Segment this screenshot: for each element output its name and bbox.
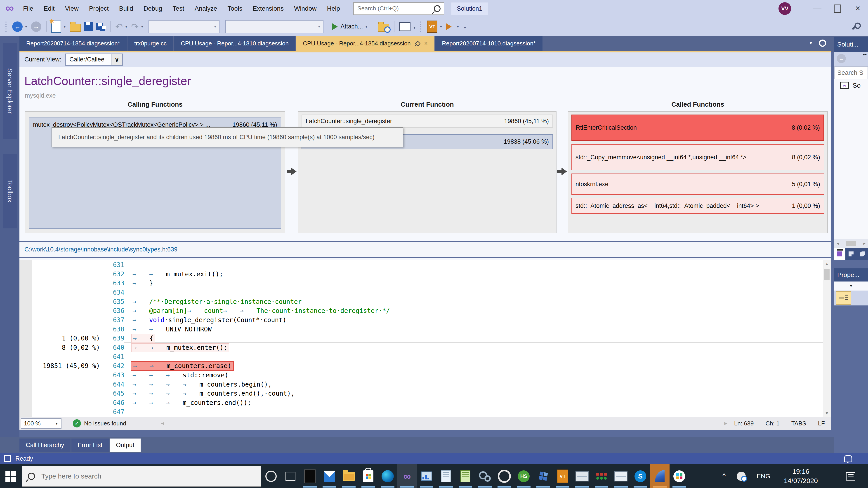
navigate-back-button[interactable]: ←▼ bbox=[11, 22, 29, 32]
platform-combo[interactable]: ▼ bbox=[225, 20, 323, 33]
redo-button[interactable]: ↷▼ bbox=[129, 22, 145, 31]
taskbar-item-cubes-app[interactable] bbox=[533, 464, 553, 488]
menu-project[interactable]: Project bbox=[84, 0, 114, 17]
taskbar-item-winscp[interactable] bbox=[650, 464, 670, 488]
undo-button[interactable]: ↶▼ bbox=[114, 22, 129, 31]
scroll-down-icon[interactable]: ▼ bbox=[823, 410, 831, 417]
solution-tree-area[interactable] bbox=[834, 92, 868, 239]
menu-test[interactable]: Test bbox=[167, 0, 189, 17]
current-view-dropdown[interactable]: Caller/Callee ∨ bbox=[65, 54, 123, 66]
taskbar-item-visual-studio[interactable]: ∞ bbox=[397, 464, 417, 488]
called-function-rtlentercriticalsection[interactable]: RtlEnterCriticalSection 8 (0,02 %) bbox=[571, 115, 824, 141]
taskbar-item-notepad[interactable] bbox=[436, 464, 456, 488]
tab-cpu-usage-1854-active[interactable]: CPU Usage - Repor...4-1854.diagsession× bbox=[296, 36, 434, 51]
code-line[interactable]: 643→→→std::remove( bbox=[32, 370, 823, 380]
quick-search[interactable] bbox=[353, 2, 444, 15]
code-line[interactable]: 19851 (45,09 %)642→→m_counters.erase( bbox=[32, 361, 823, 371]
view-class-tab[interactable] bbox=[857, 248, 868, 260]
taskbar-search[interactable] bbox=[22, 466, 261, 487]
taskbar-item-mail[interactable] bbox=[320, 464, 339, 488]
navigate-forward-button[interactable]: → bbox=[29, 22, 43, 32]
tab-trx0purge[interactable]: trx0purge.cc bbox=[127, 36, 174, 51]
code-line-current[interactable]: 1 (0,00 %)639→{ bbox=[32, 334, 823, 343]
code-line[interactable]: 8 (0,02 %)640→→m_mutex.enter(); bbox=[32, 343, 823, 352]
attach-button[interactable]: Attach...▼ bbox=[330, 23, 370, 30]
find-in-files-button[interactable] bbox=[376, 22, 391, 32]
code-line[interactable]: 645→→→→m_counters.end(),·count), bbox=[32, 389, 823, 398]
toolbar-options-icon[interactable]: —▾ bbox=[463, 24, 467, 29]
scroll-left-icon[interactable]: ◄ bbox=[836, 241, 839, 246]
chevron-down-icon[interactable]: ▼ bbox=[365, 25, 368, 29]
taskbar-item-settings[interactable] bbox=[495, 464, 514, 488]
menu-view[interactable]: View bbox=[60, 0, 84, 17]
view-solution-tab[interactable] bbox=[834, 248, 845, 260]
called-function-atomic-address-as[interactable]: std::_Atomic_address_as<__int64,std::_At… bbox=[571, 198, 824, 214]
scroll-right-icon[interactable]: ► bbox=[863, 241, 866, 246]
chevron-down-icon[interactable]: ▼ bbox=[24, 25, 28, 29]
code-line[interactable]: 637→void·single_deregister(Count*·count) bbox=[32, 315, 823, 325]
chevron-down-icon[interactable]: ▼ bbox=[63, 25, 66, 29]
scroll-left-icon[interactable]: ◄ bbox=[160, 420, 165, 426]
source-file-path[interactable]: C:\work\10.4\storage\innobase\include\sy… bbox=[20, 241, 831, 258]
close-button[interactable]: × bbox=[848, 0, 868, 17]
tray-expand-icon[interactable]: ^ bbox=[722, 472, 726, 481]
taskbar-search-input[interactable] bbox=[41, 472, 261, 480]
taskbar-item-vt[interactable]: VT bbox=[553, 464, 572, 488]
start-button[interactable] bbox=[0, 464, 22, 488]
gear-icon[interactable] bbox=[819, 39, 827, 47]
new-file-button[interactable]: ✱▼ bbox=[50, 21, 68, 33]
taskbar-item-window-app[interactable] bbox=[572, 464, 592, 488]
sidebar-item-toolbox[interactable]: Toolbox bbox=[3, 154, 17, 228]
code-line[interactable]: 638→→UNIV_NOTHROW bbox=[32, 325, 823, 334]
tab-output[interactable]: Output bbox=[110, 438, 141, 452]
taskbar-item-explorer[interactable] bbox=[339, 464, 359, 488]
profiler-run-button[interactable]: ▼ bbox=[444, 23, 461, 30]
code-line[interactable]: 633→} bbox=[32, 279, 823, 288]
code-line[interactable]: 641 bbox=[32, 352, 823, 361]
code-line[interactable]: 631 bbox=[32, 260, 823, 269]
notifications-bell-icon[interactable] bbox=[844, 455, 852, 462]
configuration-combo[interactable]: ▼ bbox=[149, 20, 219, 33]
scroll-up-icon[interactable]: ▲ bbox=[823, 260, 831, 267]
menu-window[interactable]: Window bbox=[289, 0, 322, 17]
code-line[interactable]: 646→→→m_counters.end()); bbox=[32, 398, 823, 408]
scrollbar-thumb[interactable] bbox=[824, 269, 830, 280]
taskbar-item-slack[interactable] bbox=[670, 464, 689, 488]
solution-explorer-header[interactable]: Soluti... bbox=[834, 37, 868, 52]
menu-analyze[interactable]: Analyze bbox=[189, 0, 222, 17]
save-all-button[interactable] bbox=[95, 22, 107, 31]
toolbar-overflow-icon[interactable]: ▸▸ bbox=[863, 52, 867, 57]
menu-tools[interactable]: Tools bbox=[222, 0, 248, 17]
menu-build[interactable]: Build bbox=[114, 0, 138, 17]
action-center-icon[interactable] bbox=[846, 472, 855, 481]
properties-grid-icon[interactable] bbox=[836, 291, 851, 304]
vt-tool-button[interactable]: VT▼ bbox=[426, 21, 444, 33]
taskbar-item-monitor-graph[interactable] bbox=[611, 464, 631, 488]
menu-edit[interactable]: Edit bbox=[38, 0, 60, 17]
health-check-icon[interactable]: ✓ bbox=[73, 419, 81, 427]
sidebar-item-server-explorer[interactable]: Server Explorer bbox=[3, 43, 17, 139]
code-line[interactable]: 644→→→→m_counters.begin(), bbox=[32, 380, 823, 389]
taskbar-item-cmd[interactable] bbox=[300, 464, 320, 488]
taskbar-item-store[interactable] bbox=[359, 464, 378, 488]
taskbar-item-heidisql[interactable]: HS bbox=[514, 464, 533, 488]
called-function-copy-memmove[interactable]: std::_Copy_memmove<unsigned __int64 *,un… bbox=[571, 144, 824, 170]
tab-call-hierarchy[interactable]: Call Hierarchy bbox=[20, 438, 70, 452]
editor-zoom-dropdown[interactable]: 100 %▼ bbox=[21, 418, 61, 429]
toolbar-overflow-icon[interactable]: —▾ bbox=[413, 24, 416, 29]
current-function-row[interactable]: LatchCounter::single_deregister 19860 (4… bbox=[302, 115, 553, 128]
chevron-down-icon[interactable]: ▼ bbox=[141, 25, 144, 29]
taskbar-item-perfmon[interactable] bbox=[417, 464, 436, 488]
chevron-down-icon[interactable]: ▼ bbox=[125, 25, 128, 29]
menu-help[interactable]: Help bbox=[322, 0, 345, 17]
taskbar-item-edge[interactable] bbox=[378, 464, 397, 488]
menu-file[interactable]: File bbox=[18, 0, 38, 17]
tab-report-1810[interactable]: Report20200714-1810.diagsession* bbox=[435, 36, 542, 51]
home-icon[interactable]: ← bbox=[837, 54, 846, 63]
tab-error-list[interactable]: Error List bbox=[71, 438, 109, 452]
view-changes-tab[interactable] bbox=[845, 248, 857, 260]
toolbar-grip[interactable] bbox=[420, 22, 423, 32]
menu-debug[interactable]: Debug bbox=[138, 0, 167, 17]
quick-search-input[interactable] bbox=[357, 5, 434, 12]
close-tab-icon[interactable]: × bbox=[424, 40, 428, 47]
